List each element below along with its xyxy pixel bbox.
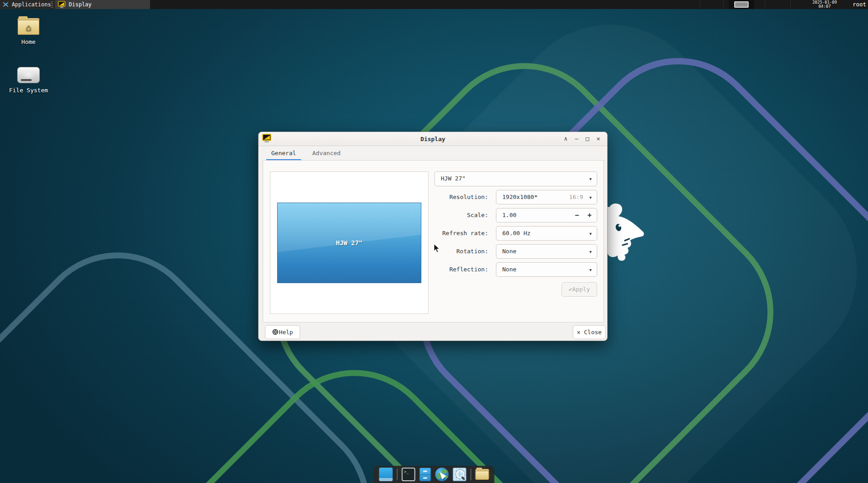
aspect-ratio-label: 16:9 xyxy=(569,190,583,204)
terminal-icon[interactable]: >_ xyxy=(402,468,415,481)
show-desktop-icon[interactable] xyxy=(379,468,393,481)
monitor-preview-label: HJW 27" xyxy=(336,239,363,246)
chevron-down-icon: ▼ xyxy=(590,245,592,259)
scale-row: Scale: 1.00 − + xyxy=(434,208,597,223)
shade-window-button[interactable]: ∧ xyxy=(561,133,571,145)
chevron-down-icon: ▼ xyxy=(590,227,592,241)
resolution-row: Resolution: 1920x1080* 16:9 ▼ xyxy=(434,190,597,204)
refresh-rate-dropdown[interactable]: 60.00 Hz ▼ xyxy=(496,226,597,241)
app-finder-icon[interactable] xyxy=(453,468,467,481)
panel-separator xyxy=(765,1,765,8)
rotation-dropdown[interactable]: None ▼ xyxy=(496,244,597,259)
desktop-icon-label: File System xyxy=(4,87,53,94)
help-lifebuoy-icon xyxy=(272,329,278,335)
rotation-value: None xyxy=(502,248,516,255)
panel-separator xyxy=(790,1,791,8)
bottom-dock: >_ xyxy=(374,466,495,483)
home-folder-icon: ⌂ xyxy=(18,18,39,35)
web-browser-icon[interactable] xyxy=(435,468,449,481)
workspace-1[interactable] xyxy=(734,1,749,8)
house-glyph: ⌂ xyxy=(26,23,31,32)
tab-advanced[interactable]: Advanced xyxy=(304,146,349,161)
xfce-mouse-logo xyxy=(601,203,646,264)
window-display-icon xyxy=(262,134,272,144)
panel-clock[interactable]: 2025-01-09 04:07 xyxy=(807,0,842,9)
minimize-window-button[interactable]: – xyxy=(572,133,581,145)
window-titlebar[interactable]: Display ∧ – □ ✕ xyxy=(259,132,607,146)
folder-icon[interactable] xyxy=(476,469,489,480)
chevron-down-icon: ▼ xyxy=(590,172,592,186)
file-manager-icon[interactable] xyxy=(420,468,431,481)
taskbar-window-label: Display xyxy=(69,1,92,8)
scale-decrease-button[interactable]: − xyxy=(571,208,582,222)
resolution-dropdown[interactable]: 1920x1080* 16:9 ▼ xyxy=(496,190,597,204)
monitor-select-dropdown[interactable]: HJW 27" ▼ xyxy=(434,171,597,186)
top-panel: Applications Display 2025-01-09 04:07 ro… xyxy=(0,0,868,9)
reflection-dropdown[interactable]: None ▼ xyxy=(496,262,597,277)
panel-user-label: root xyxy=(853,0,866,9)
applications-menu-button[interactable]: Applications xyxy=(0,0,56,9)
clock-time: 04:07 xyxy=(807,5,842,9)
refresh-rate-row: Refresh rate: 60.00 Hz ▼ xyxy=(434,226,597,241)
general-tab-page: HJW 27" HJW 27" ▼ Resolution: 1920x1080*… xyxy=(263,160,604,322)
resolution-value: 1920x1080* xyxy=(502,194,538,200)
applications-menu-label: Applications xyxy=(12,1,51,8)
refresh-rate-label: Refresh rate: xyxy=(434,226,488,241)
monitor-preview[interactable]: HJW 27" xyxy=(277,203,421,283)
scale-stepper[interactable]: 1.00 − + xyxy=(496,208,597,223)
monitor-preview-panel: HJW 27" xyxy=(270,171,429,314)
scale-value: 1.00 xyxy=(502,212,516,218)
refresh-rate-value: 60.00 Hz xyxy=(502,230,531,237)
close-window-button[interactable]: ✕ xyxy=(594,133,603,145)
rotation-label: Rotation: xyxy=(434,244,488,259)
tab-strip: General Advanced xyxy=(259,146,607,161)
desktop-icon-home[interactable]: ⌂ Home xyxy=(4,18,53,45)
reflection-value: None xyxy=(502,266,516,273)
panel-separator xyxy=(700,1,700,8)
scale-label: Scale: xyxy=(434,208,488,223)
desktop-icon-file-system[interactable]: File System xyxy=(4,67,53,94)
dock-separator xyxy=(397,469,398,480)
rotation-row: Rotation: None ▼ xyxy=(434,244,597,259)
hard-drive-icon xyxy=(17,67,40,83)
reflection-label: Reflection: xyxy=(434,262,488,277)
resolution-label: Resolution: xyxy=(434,190,488,204)
window-title: Display xyxy=(259,136,607,142)
taskbar-window-button[interactable]: Display xyxy=(55,0,150,9)
panel-separator xyxy=(723,1,724,8)
maximize-window-button[interactable]: □ xyxy=(583,133,592,145)
workspace-switcher[interactable] xyxy=(729,0,754,9)
reflection-row: Reflection: None ▼ xyxy=(434,262,597,277)
scale-increase-button[interactable]: + xyxy=(584,208,595,222)
apply-button[interactable]: ✔Apply xyxy=(561,282,597,297)
tab-general[interactable]: General xyxy=(263,146,304,161)
chevron-down-icon: ▼ xyxy=(590,263,592,277)
display-settings-window: Display ∧ – □ ✕ General Advanced HJW 27"… xyxy=(258,132,608,341)
dock-separator xyxy=(471,469,472,480)
panel-handle xyxy=(51,1,53,8)
mouse-cursor xyxy=(434,243,441,255)
help-button[interactable]: Help xyxy=(265,325,300,339)
check-icon: ✔ xyxy=(569,286,572,293)
close-x-icon: ✕ xyxy=(577,329,580,336)
chevron-down-icon: ▼ xyxy=(590,191,592,204)
monitor-select-value: HJW 27" xyxy=(441,175,466,182)
xfce-menu-icon xyxy=(2,1,9,10)
desktop-icon-label: Home xyxy=(4,38,53,45)
display-app-icon xyxy=(58,1,66,11)
close-button[interactable]: ✕ Close xyxy=(573,325,606,339)
